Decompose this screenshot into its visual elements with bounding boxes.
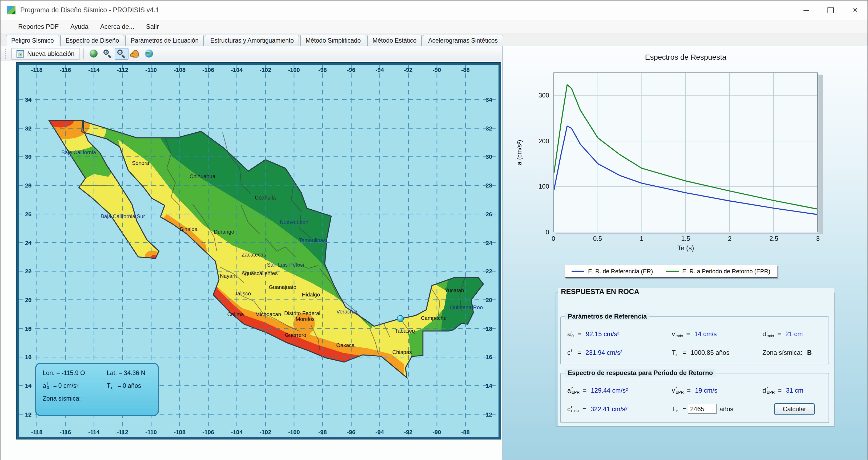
minimize-icon	[803, 10, 809, 10]
map-axis-tick: -112	[112, 429, 133, 435]
map-axis-tick: 18	[482, 324, 496, 333]
zoom-in-icon: +	[103, 49, 112, 58]
map-axis-tick: -106	[197, 429, 219, 435]
map-axis-tick: 16	[482, 353, 496, 361]
param-dmaxr-value: 21 cm	[785, 330, 803, 337]
map-axis-tick: 34	[21, 95, 35, 104]
chart-x-tick: 1.5	[681, 235, 690, 242]
map-axis-tick: -114	[83, 429, 104, 435]
legend-item-er: E. R. de Referencia (ER)	[565, 265, 659, 277]
toolbar-grip	[5, 49, 7, 58]
map-axis-tick: 12	[21, 410, 35, 419]
map-axis-tick: -98	[312, 67, 333, 73]
reference-params-group: Parámetros de Referencia ar0=92.15 cm/s²…	[560, 317, 829, 364]
param-cr-value: 231.94 cm/s²	[585, 349, 622, 356]
chart-shadow-bottom	[556, 233, 823, 234]
menu-bar: Reportes PDFAyudaAcerca de...Salir	[1, 20, 867, 33]
info-zona-label: Zona sísmica:	[43, 395, 81, 402]
map-axis-tick: 32	[21, 124, 35, 132]
menu-item-salir[interactable]: Salir	[140, 21, 165, 32]
map-axis-tick: -102	[255, 429, 276, 435]
param-vmaxr: vrmáx=14 cm/s	[672, 329, 763, 338]
menu-item-ayuda[interactable]: Ayuda	[64, 21, 94, 32]
menu-item-acerca-de[interactable]: Acerca de...	[94, 21, 140, 32]
chart-y-tick: 100	[538, 183, 549, 191]
menu-item-reportes-pdf[interactable]: Reportes PDF	[12, 21, 64, 32]
tab-peligro-sismico[interactable]: Peligro Sísmico	[6, 35, 59, 46]
legend-item-epr: E. R. a Periodo de Retorno (EPR)	[659, 265, 777, 277]
pan-hand-icon	[132, 50, 138, 57]
map-axis-tick: -90	[426, 67, 447, 73]
map-axis-tick: -104	[226, 67, 247, 73]
map-axis-tick: 16	[21, 353, 35, 361]
tab-espectro-de-diseno[interactable]: Espectro de Diseño	[60, 35, 124, 46]
tab-parametros-de-licuacion[interactable]: Parámetros de Licuación	[126, 35, 204, 46]
tab-estructuras-y-amortiguamiento[interactable]: Estructuras y Amortiguamiento	[205, 35, 299, 46]
map-axis-tick: -100	[283, 429, 305, 435]
tab-acelerogramas-sinteticos[interactable]: Acelerogramas Sintéticos	[423, 35, 503, 46]
map-axis-tick: -96	[340, 67, 362, 73]
globe-icon	[145, 50, 153, 58]
param-cr: cr =231.94 cm/s²	[567, 348, 672, 357]
map-axis-tick: -90	[426, 429, 447, 435]
map-axis-tick: 28	[21, 181, 35, 190]
map-axis-tick: -92	[398, 429, 419, 435]
return-period-header: Espectro de respuesta para Periodo de Re…	[565, 369, 715, 376]
return-period-input[interactable]	[688, 404, 717, 414]
map-axis-tick: -106	[197, 67, 219, 73]
tab-metodo-estatico[interactable]: Método Estático	[367, 35, 422, 46]
locate-tool-button[interactable]	[87, 48, 100, 59]
map-axis-tick: -118	[26, 429, 48, 435]
close-button[interactable]: ✕	[843, 1, 867, 20]
map-axis-tick: 20	[21, 296, 35, 304]
pan-tool-button[interactable]	[128, 48, 142, 59]
map-axis-tick: -94	[369, 67, 390, 73]
chart-gridlines	[554, 73, 817, 232]
map-axis-tick: 22	[21, 267, 35, 276]
chart-y-ticks: 0100200300	[532, 72, 551, 232]
app-window: Programa de Diseño Sísmico - PRODISIS v4…	[0, 0, 868, 460]
map-axis-tick: 32	[482, 124, 496, 132]
map-info-box: Lon. = -115.9 O Lat. = 34.36 N ar0=0 cm/…	[35, 363, 159, 416]
seismic-hazard-map[interactable]: -118-116-114-112-110-108-106-104-102-100…	[17, 63, 501, 439]
map-axis-tick: -118	[26, 67, 48, 73]
seismic-zone-orange-central	[293, 313, 315, 336]
zoom-out-button[interactable]: −	[114, 48, 128, 59]
map-ticks-bottom: -118-116-114-112-110-108-106-104-102-100…	[26, 429, 476, 435]
param-cepr: crEPR=322.41 cm/s²	[567, 404, 672, 413]
map-axis-tick: -104	[226, 429, 247, 435]
param-vepr: vrEPR=19 cm/s	[672, 386, 763, 394]
rock-response-group: RESPUESTA EN ROCA Longitud = -93.0034 O …	[556, 292, 835, 427]
minimize-button[interactable]	[794, 1, 818, 20]
new-location-button[interactable]: Nueva ubicación	[11, 48, 80, 59]
tab-metodo-simplificado[interactable]: Método Simplificado	[300, 35, 366, 46]
param-a0r: ar0=92.15 cm/s²	[567, 329, 672, 338]
maximize-icon	[828, 7, 834, 13]
zoom-in-button[interactable]: +	[100, 48, 114, 59]
calcular-button[interactable]: Calcular	[774, 403, 815, 415]
map-axis-tick: -110	[141, 429, 162, 435]
chart-y-axis-label: a (cm/s²)	[516, 72, 525, 232]
map-ticks-left: 343230282624222018161412	[21, 95, 35, 419]
reference-params-row-1: ar0=92.15 cm/s²vrmáx=14 cm/sdrmáx=21 cm	[561, 324, 829, 343]
new-location-label: Nueva ubicación	[27, 50, 74, 57]
info-lat-value: 34.36 N	[124, 370, 146, 376]
map-column: Nueva ubicación + −	[1, 46, 502, 459]
map-axis-tick: 26	[21, 210, 35, 219]
param-tr-epr: T r= años	[672, 404, 763, 414]
response-spectra-chart	[553, 72, 818, 232]
chart-x-ticks: 00.511.522.53	[553, 235, 818, 242]
map-axis-tick: -92	[398, 67, 419, 73]
results-panel: Espectros de Respuesta a (cm/s²) 0100200…	[502, 46, 867, 459]
tab-bar: Peligro SísmicoEspectro de DiseñoParámet…	[1, 33, 867, 46]
world-view-button[interactable]	[142, 48, 156, 59]
maximize-button[interactable]	[818, 1, 843, 20]
map-axis-tick: -98	[312, 429, 333, 435]
return-period-unit: años	[719, 405, 733, 413]
calc-cell: Calcular	[763, 403, 822, 415]
chart-y-tick: 300	[538, 92, 549, 99]
info-lon-value: -115.9 O	[62, 370, 85, 376]
map-location-marker	[397, 315, 404, 322]
param-zona: Zona sísmica:B	[763, 349, 822, 356]
map-axis-tick: -114	[83, 67, 104, 73]
